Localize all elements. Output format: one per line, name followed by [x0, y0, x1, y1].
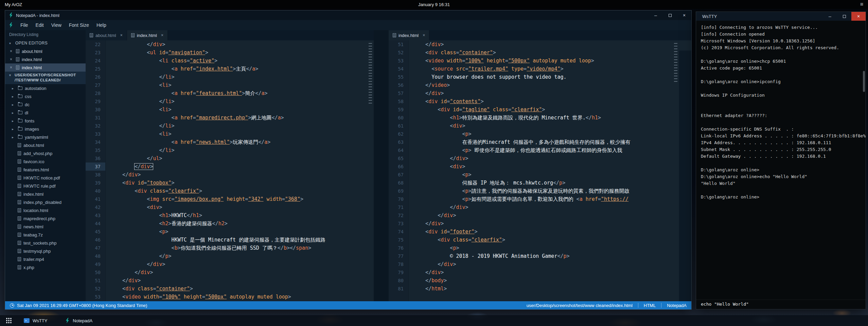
code-line[interactable]: 79</div> [389, 268, 691, 276]
file-item[interactable]: testmysql.php [5, 247, 86, 255]
close-button[interactable]: × [851, 12, 866, 21]
folder-item[interactable]: ▸fonts [5, 117, 86, 125]
code-line[interactable]: 53<video width="100%" height="500px" aut… [389, 57, 691, 65]
code-line[interactable]: 34<a href="news.html">玩家傳送門</a> [86, 138, 374, 146]
code-line[interactable]: 59<div id="tagline" class="clearfix"> [389, 106, 691, 114]
menu-view[interactable]: View [48, 21, 65, 29]
tab-about.html[interactable]: about.html× [86, 30, 127, 40]
code-line[interactable]: 76<p> [389, 244, 691, 252]
file-item[interactable]: news.html [5, 223, 86, 231]
code-line[interactable]: 33<li> [86, 130, 374, 138]
open-editor-item[interactable]: ×index.html [5, 63, 86, 72]
code-line[interactable]: 73</div> [389, 219, 691, 228]
code-line[interactable]: 36</ul> [86, 154, 374, 162]
code-line[interactable]: 52<div class="container"> [389, 49, 691, 57]
code-line[interactable]: 41<img src="images/box.png" height="342"… [86, 195, 374, 203]
menu-font-size[interactable]: Font Size [65, 21, 93, 29]
code-line[interactable]: 70<p>如有問題或需要申請白名單，歡迎加入我們的 <a href="https… [389, 195, 691, 203]
folder-item[interactable]: ▸dl [5, 109, 86, 117]
code-line[interactable]: 72</div> [389, 211, 691, 219]
code-line[interactable]: 65</div> [389, 154, 691, 162]
code-line[interactable]: 24<li class="active"> [86, 57, 374, 65]
file-item[interactable]: teabag.7z [5, 231, 86, 239]
file-item[interactable]: index.php_disabled [5, 198, 86, 206]
code-line[interactable]: 62<p> [389, 130, 691, 138]
close-icon[interactable]: × [10, 57, 14, 62]
code-editor-right[interactable]: 51</div>52<div class="container">53<vide… [389, 40, 691, 301]
code-line[interactable]: 74<div id="footer"> [389, 228, 691, 236]
code-line[interactable]: 68伺服器 IP 地址為： mcs.hkwtc.org</p> [389, 179, 691, 187]
workspace-section-header[interactable]: ▾ USER/DESKTOP/SCREENSHOT /TEST/WWW CLEA… [5, 72, 86, 84]
tab-index.html[interactable]: index.html× [389, 30, 429, 40]
code-line[interactable]: 37</div> [86, 162, 374, 171]
file-item[interactable]: favicon.ico [5, 157, 86, 166]
code-line[interactable]: 71</div> [389, 203, 691, 211]
code-line[interactable]: 45<p> [86, 228, 374, 236]
code-line[interactable]: 50</div> [86, 268, 374, 276]
folder-item[interactable]: ▸autostation [5, 84, 86, 92]
taskbar-item-wstty[interactable]: >_WsTTY [20, 315, 51, 326]
code-line[interactable]: 69<p>請注意，我們的伺服器為確保玩家及遊玩時的質素，我們對的服務開啟 [389, 187, 691, 195]
code-line[interactable]: 46HKWTC 是一個 Minecraft 的建築伺服器，主要建築計劃包括鐵路 [86, 236, 374, 244]
tab-index.html[interactable]: index.html× [127, 30, 168, 40]
code-line[interactable]: 29</li> [86, 97, 374, 106]
file-item[interactable]: add_vhost.php [5, 149, 86, 157]
code-line[interactable]: 66<div> [389, 162, 691, 171]
code-line[interactable]: 48</p> [86, 252, 374, 260]
code-line[interactable]: 61<div> [389, 122, 691, 130]
folder-item[interactable]: ▸images [5, 125, 86, 133]
code-line[interactable]: 49</div> [86, 260, 374, 268]
code-line[interactable]: 31<a href="mapredirect.php">網上地圖</a> [86, 114, 374, 122]
code-line[interactable]: 75<div class="clearfix"> [389, 236, 691, 244]
file-item[interactable]: test_sockets.php [5, 239, 86, 247]
status-app-name[interactable]: NotepadA [667, 303, 687, 308]
file-item[interactable]: features.html [5, 166, 86, 174]
code-line[interactable]: 51</div> [86, 276, 374, 285]
file-item[interactable]: location.html [5, 206, 86, 214]
code-line[interactable]: 44<h2>香港的建築伺服器</h2> [86, 219, 374, 228]
open-editors-section-header[interactable]: ▾ OPEN EDITORS [5, 39, 86, 47]
code-line[interactable]: 56</video> [389, 81, 691, 89]
code-line[interactable]: 32</li> [86, 122, 374, 130]
app-launcher-button[interactable] [5, 315, 20, 326]
code-line[interactable]: 64<p> 即使你不是建築師，你也能透過紅石師或鐵路工程師的身份加入我 [389, 146, 691, 154]
code-line[interactable]: 40<div class="clearfix"> [86, 187, 374, 195]
terminal-scrollbar[interactable] [863, 71, 865, 92]
code-line[interactable]: 58<div id="contents"> [389, 97, 691, 106]
code-line[interactable]: 22</div> [86, 40, 374, 49]
file-item[interactable]: about.html [5, 141, 86, 149]
code-line[interactable]: 55Your browser does not support the vide… [389, 73, 691, 81]
minimize-button[interactable]: – [823, 12, 837, 21]
taskbar-item-notepada[interactable]: NotepadA [61, 315, 96, 326]
minimize-button[interactable]: – [649, 11, 663, 20]
scrollbar-right[interactable] [672, 40, 679, 301]
notepada-titlebar[interactable]: NotepadA - index.html – × [5, 11, 691, 20]
terminal-input-line[interactable]: echo "Hello World" [696, 300, 866, 309]
file-item[interactable]: HKWTC notice.pdf [5, 174, 86, 182]
hamburger-menu-icon[interactable]: ≡ [860, 1, 863, 7]
terminal-output[interactable]: [info] Connecting to arozos WsTTY servic… [696, 21, 866, 300]
maximize-button[interactable] [663, 11, 677, 20]
code-line[interactable]: 42<div> [86, 203, 374, 211]
close-icon[interactable]: × [10, 49, 14, 54]
code-line[interactable]: 27<li> [86, 81, 374, 89]
code-line[interactable]: 63在香港的Minecraft 伺服器中，多為小遊戲和純生存的伺服器，較少擁有 [389, 138, 691, 146]
code-line[interactable]: 30<li> [86, 106, 374, 114]
tab-close-icon[interactable]: × [161, 33, 163, 38]
status-language-mode[interactable]: HTML [644, 303, 656, 308]
open-editor-item[interactable]: ×about.html [5, 47, 86, 55]
pane-splitter[interactable] [374, 30, 389, 301]
code-line[interactable]: 52<div class="container"> [86, 285, 374, 293]
status-datetime[interactable]: Sat Jan 09 2021 16:29:49 GMT+0800 (Hong … [17, 303, 147, 308]
code-line[interactable]: 67<p> [389, 171, 691, 179]
scrollbar-left[interactable] [367, 40, 374, 301]
code-line[interactable]: 23<ul id="navigation"> [86, 49, 374, 57]
code-line[interactable]: 26</li> [86, 73, 374, 81]
system-menu-app[interactable]: My ArOZ [0, 2, 22, 7]
code-line[interactable]: 51</div> [389, 40, 691, 49]
code-line[interactable]: 25<a href="index.html">主頁</a> [86, 65, 374, 73]
code-editor-left[interactable]: 22</div>23<ul id="navigation">24<li clas… [86, 40, 374, 301]
code-line[interactable]: 35</li> [86, 146, 374, 154]
code-line[interactable]: 28<a href="features.html">簡介</a> [86, 89, 374, 97]
status-filepath[interactable]: user/Desktop/screenshot/test/www cleaned… [527, 303, 633, 308]
